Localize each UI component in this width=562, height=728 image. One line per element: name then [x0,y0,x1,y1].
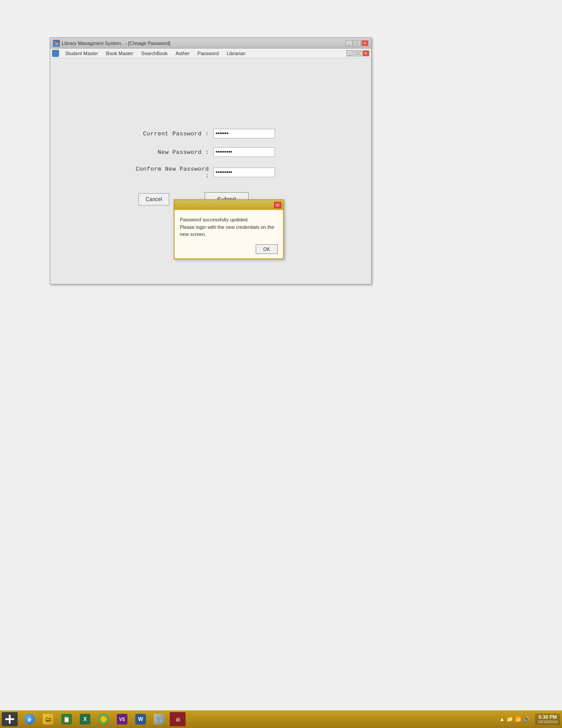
minimize-button[interactable]: _ [346,40,353,46]
clock-time: 5:30 PM [538,714,558,720]
inner-minimize-button[interactable]: _ [346,50,354,56]
windows-logo-icon [5,715,14,724]
sticky-notes-icon: 📋 [61,714,72,724]
dialog-message-line2: Please login with the new credentials on… [180,224,274,237]
taskbar-vs-app[interactable]: VS [114,712,130,726]
dialog-ok-row: OK [180,244,278,254]
tools-icon: 🔧 [154,714,164,724]
menu-search-book[interactable]: SearchBook [138,50,171,57]
menu-student-master[interactable]: Student Master [62,50,102,57]
menu-bar-icon [52,50,59,57]
word-icon: W [135,714,146,724]
dialog-title-bar: ✕ [175,200,283,210]
visual-studio-icon: VS [117,714,127,724]
maximize-button[interactable]: □ [354,40,361,46]
close-button[interactable]: ✕ [361,40,368,46]
taskbar: e 🗂 📋 X VS W 🔧 ▤ ▲ 📁 📶 🔊 5 [0,710,562,728]
ie-icon: e [24,714,35,724]
confirm-password-label: Conform New Password : [130,166,209,179]
new-password-row: New Password : [130,147,306,157]
app-switcher-icon: ▤ [172,714,183,724]
tray-arrow-icon: ▲ [499,716,505,722]
taskbar-word-app[interactable]: W [133,712,149,726]
taskbar-ie-app[interactable]: e [22,712,37,726]
menu-bar: Student Master Book Master SearchBook As… [50,49,371,58]
taskbar-sticky-notes-app[interactable]: 📋 [59,712,74,726]
main-window: 📚 Library Managment System.. - [Chnage P… [50,37,372,284]
taskbar-app-switcher[interactable]: ▤ [170,712,186,726]
taskbar-file-explorer-app[interactable]: 🗂 [40,712,56,726]
tray-signal-icon: 📶 [515,716,521,722]
title-bar: 📚 Library Managment System.. - [Chnage P… [50,38,371,49]
tray-sound-icon: 🔊 [523,716,530,722]
inner-restore-button[interactable]: □ [354,50,361,56]
tray-files-icon: 📁 [506,716,513,722]
inner-close-button[interactable]: ✕ [362,50,369,56]
menu-bar-right-controls: _ □ ✕ [346,50,369,56]
change-password-form: Current Password : New Password : Confor… [130,129,306,206]
current-password-row: Current Password : [130,129,306,138]
taskbar-chrome-app[interactable] [96,712,112,726]
content-area: Current Password : New Password : Confor… [50,58,371,284]
confirm-password-row: Conform New Password : [130,166,306,179]
taskbar-excel-app[interactable]: X [77,712,93,726]
dialog-message-line1: Password successfully updated. [180,217,249,222]
chrome-icon [98,714,109,724]
window-title: Library Managment System.. - [Chnage Pas… [62,41,170,46]
cancel-button[interactable]: Cancel [138,193,169,205]
title-bar-controls: _ □ ✕ [346,40,368,46]
menu-asther[interactable]: Asther [172,50,193,57]
menu-password[interactable]: Password [194,50,222,57]
app-icon: 📚 [53,40,60,47]
dialog-ok-button[interactable]: OK [256,244,278,254]
file-explorer-icon: 🗂 [43,714,53,724]
excel-icon: X [80,714,90,724]
start-button[interactable] [2,712,18,726]
dialog-body: Password successfully updated. Please lo… [175,210,283,258]
menu-book-master[interactable]: Book Master [103,50,137,57]
taskbar-tools-app[interactable]: 🔧 [151,712,167,726]
current-password-input[interactable] [213,129,275,138]
dialog-message: Password successfully updated. Please lo… [180,216,278,238]
dialog-close-button[interactable]: ✕ [274,202,281,208]
clock-date: 10/18/2019 [538,720,558,724]
system-tray: ▲ 📁 📶 🔊 [497,716,532,722]
menu-librarian[interactable]: Librarian [223,50,249,57]
new-password-input[interactable] [213,147,275,157]
success-dialog: ✕ Password successfully updated. Please … [174,199,284,259]
confirm-password-input[interactable] [213,168,275,177]
taskbar-right: ▲ 📁 📶 🔊 5:30 PM 10/18/2019 [497,713,560,725]
clock[interactable]: 5:30 PM 10/18/2019 [535,713,560,725]
title-bar-left: 📚 Library Managment System.. - [Chnage P… [53,40,170,47]
new-password-label: New Password : [130,149,209,156]
current-password-label: Current Password : [130,131,209,137]
